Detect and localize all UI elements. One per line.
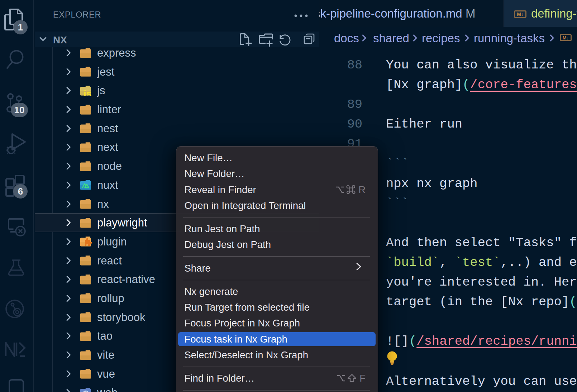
svg-text:js: js (83, 89, 92, 96)
